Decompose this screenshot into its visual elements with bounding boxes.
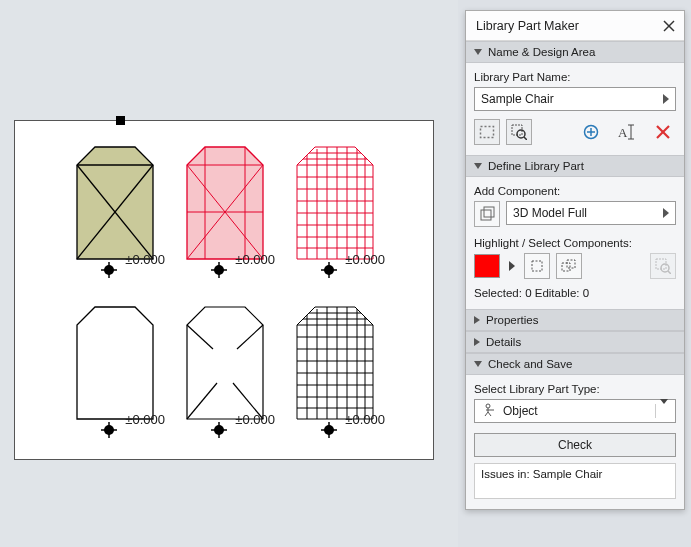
svg-marker-39 (77, 307, 153, 419)
zoom-selection-button[interactable] (650, 253, 676, 279)
highlight-color-picker[interactable] (506, 261, 518, 271)
section-name-design-body: Library Part Name: Sample Chair A (466, 63, 684, 155)
library-part-name-value: Sample Chair (481, 92, 554, 106)
section-define-body: Add Component: 3D Model Full Highlight /… (466, 177, 684, 309)
section-define[interactable]: Define Library Part (466, 155, 684, 177)
chevron-right-icon (663, 94, 669, 104)
origin-marker (211, 262, 227, 281)
origin-label: ±0.000 (345, 252, 385, 267)
section-check-save-body: Select Library Part Type: Object Check I… (466, 375, 684, 509)
chevron-right-icon (474, 316, 480, 324)
select-type-label: Select Library Part Type: (474, 383, 676, 395)
section-properties[interactable]: Properties (466, 309, 684, 331)
svg-line-46 (187, 325, 213, 349)
chevron-right-icon (474, 338, 480, 346)
section-label: Name & Design Area (488, 46, 595, 58)
highlight-single-button[interactable] (524, 253, 550, 279)
svg-marker-51 (297, 307, 373, 419)
origin-marker (101, 422, 117, 441)
preview-variant-3: ±0.000 (283, 137, 393, 287)
check-button-label: Check (558, 438, 592, 452)
issues-box[interactable]: Issues in: Sample Chair (474, 463, 676, 499)
svg-line-47 (237, 325, 263, 349)
design-area-zoom-button[interactable] (506, 119, 532, 145)
svg-marker-8 (187, 147, 263, 259)
origin-label: ±0.000 (235, 252, 275, 267)
add-component-field[interactable]: 3D Model Full (506, 201, 676, 225)
svg-marker-1 (77, 147, 153, 259)
section-label: Define Library Part (488, 160, 584, 172)
preview-variant-2: ±0.000 (173, 137, 283, 287)
highlight-multi-button[interactable] (556, 253, 582, 279)
svg-rect-90 (562, 263, 570, 271)
svg-point-76 (517, 130, 525, 138)
rename-button[interactable]: A (614, 119, 640, 145)
chevron-right-icon (663, 208, 669, 218)
svg-rect-91 (567, 260, 575, 268)
origin-marker (321, 262, 337, 281)
canvas-viewport[interactable]: ±0.000 ±0.000 (0, 0, 458, 547)
svg-line-44 (187, 383, 217, 419)
panel-title: Library Part Maker (476, 19, 579, 33)
origin-marker (211, 422, 227, 441)
svg-line-94 (668, 271, 671, 274)
origin-label: ±0.000 (345, 412, 385, 427)
page-anchor-marker (115, 115, 126, 126)
svg-line-77 (524, 137, 527, 140)
design-area-rect-button[interactable] (474, 119, 500, 145)
svg-marker-43 (187, 307, 263, 419)
panel-header: Library Part Maker (466, 11, 684, 41)
library-part-name-field[interactable]: Sample Chair (474, 87, 676, 111)
section-label: Check and Save (488, 358, 572, 370)
svg-marker-18 (297, 147, 373, 259)
section-name-design[interactable]: Name & Design Area (466, 41, 684, 63)
selection-info: Selected: 0 Editable: 0 (474, 287, 676, 299)
svg-point-93 (661, 264, 669, 272)
chevron-down-icon (474, 49, 482, 55)
check-button[interactable]: Check (474, 433, 676, 457)
preview-variant-5: ±0.000 (173, 297, 283, 447)
preview-variant-1: ±0.000 (63, 137, 173, 287)
section-check-save[interactable]: Check and Save (466, 353, 684, 375)
object-icon (483, 403, 497, 420)
svg-rect-74 (481, 127, 494, 138)
origin-label: ±0.000 (125, 252, 165, 267)
svg-point-95 (486, 404, 490, 408)
add-component-value: 3D Model Full (513, 206, 587, 220)
svg-rect-88 (484, 207, 494, 217)
chevron-down-icon (474, 361, 482, 367)
issues-label: Issues in: Sample Chair (481, 468, 602, 480)
add-component-label: Add Component: (474, 185, 676, 197)
origin-marker (321, 422, 337, 441)
origin-label: ±0.000 (235, 412, 275, 427)
library-part-type-value: Object (503, 404, 538, 418)
drawing-page: ±0.000 ±0.000 (14, 120, 434, 460)
section-label: Details (486, 336, 521, 348)
svg-rect-0 (116, 116, 125, 125)
preview-variant-6: ±0.000 (283, 297, 393, 447)
highlight-label: Highlight / Select Components: (474, 237, 676, 249)
library-part-name-label: Library Part Name: (474, 71, 676, 83)
origin-marker (101, 262, 117, 281)
origin-label: ±0.000 (125, 412, 165, 427)
svg-text:A: A (618, 125, 628, 140)
component-type-icon[interactable] (474, 201, 500, 227)
section-label: Properties (486, 314, 538, 326)
section-details[interactable]: Details (466, 331, 684, 353)
close-icon[interactable] (660, 17, 678, 35)
chevron-down-icon (655, 404, 671, 418)
library-part-maker-panel: Library Part Maker Name & Design Area Li… (465, 10, 685, 510)
highlight-color-swatch[interactable] (474, 254, 500, 278)
preview-variant-4: ±0.000 (63, 297, 173, 447)
svg-rect-87 (481, 210, 491, 220)
chevron-down-icon (474, 163, 482, 169)
svg-rect-89 (532, 261, 542, 271)
add-plus-button[interactable] (578, 119, 604, 145)
delete-button[interactable] (650, 119, 676, 145)
library-part-type-select[interactable]: Object (474, 399, 676, 423)
